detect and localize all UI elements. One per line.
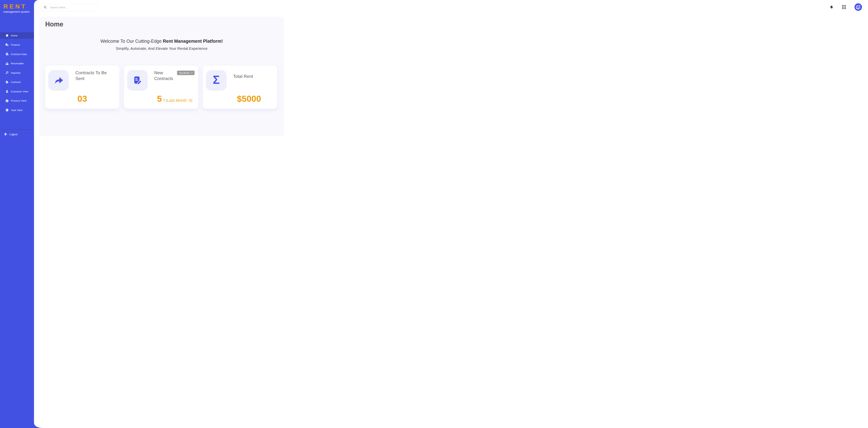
welcome-subline: Simplify, Automate, And Elevate Your Ren… [39,47,284,51]
sidebar-nav: Home $ Finance [0,32,34,116]
sidebar-item-task-view[interactable]: Task View [0,107,34,113]
card-total-rent: Σ Total Rent $5000 [203,65,277,109]
contract-icon [5,80,9,84]
card-new-contracts: This Month ▼ New Contracts 5 ↑ (Last Mon… [124,65,198,109]
sidebar-item-label: Home [11,34,18,37]
sidebar-item-label: Task View [11,109,23,112]
card-value: 03 [78,94,87,103]
welcome-block: Welcome To Our Cutting-Edge Rent Managem… [39,38,284,51]
inquiries-icon: ? [5,71,9,75]
sigma-glyph: Σ [213,74,220,86]
sidebar-item-customer-view[interactable]: Customer View [0,88,34,95]
app-tagline: management system [3,10,29,13]
finance-icon: $ [5,43,9,47]
card-value-row: $5000 [212,94,286,103]
sidebar: RENT management system Home $ Finance [0,0,34,143]
sidebar-divider [2,130,32,130]
receivable-icon [5,62,9,65]
card-title: New Contracts [154,70,178,82]
svg-text:?: ? [7,72,8,73]
sidebar-item-label: Finance [11,44,20,46]
logout-icon [4,133,7,136]
sidebar-item-process-view[interactable]: Process View [0,97,34,104]
logout-button[interactable]: Logout [0,131,34,138]
sidebar-item-home[interactable]: Home [0,32,34,39]
customer-icon [5,90,9,93]
card-value-row: 5 ↑ (Last Month: 4) [137,94,212,103]
card-value: $5000 [237,94,261,103]
page-title: Home [45,21,63,28]
sidebar-item-finance[interactable]: $ Finance [0,41,34,48]
welcome-headline-regular: Welcome To Our Cutting-Edge [100,38,163,44]
sidebar-item-contract[interactable]: Contract [0,79,34,85]
card-value: 5 [157,94,162,103]
sidebar-item-label: Customer View [11,90,28,93]
month-filter-dropdown[interactable]: This Month ▼ [177,70,194,75]
home-panel: Home Welcome To Our Cutting-Edge Rent Ma… [39,17,284,136]
sidebar-item-label: Contract Data [11,53,27,56]
sidebar-item-label: Receivable [11,62,24,65]
card-contracts-to-be-sent: Contracts To Be Sent 03 [45,65,119,109]
sidebar-item-inquiries[interactable]: ? Inquiries [0,69,34,76]
logout-label: Logout [9,133,18,136]
card-value-row: 03 [45,94,119,103]
contract-edit-icon [127,70,148,91]
month-filter-label: This Month [179,72,189,74]
share-arrow-icon [48,70,69,91]
sidebar-item-label: Contract [11,81,21,83]
card-title: Total Rent [233,74,273,79]
search-icon [43,6,47,9]
home-icon [5,34,9,37]
process-icon [5,99,9,103]
sidebar-item-contract-data[interactable]: Contract Data [0,51,34,57]
chevron-down-icon: ▼ [191,72,193,74]
search-box [40,4,98,11]
card-title: Contracts To Be Sent [75,70,107,82]
sigma-icon: Σ [206,70,226,91]
app-logo: RENT management system [3,3,29,13]
welcome-headline-bold: Rent Management Platform! [163,38,223,44]
svg-text:$: $ [7,45,8,46]
task-icon [5,108,9,112]
trend-up-arrow: ↑ [163,97,165,103]
sidebar-item-label: Process View [11,99,26,102]
contract-data-icon [5,52,9,56]
trend-note: (Last Month: 4) [166,98,192,103]
main-content: Home Welcome To Our Cutting-Edge Rent Ma… [34,0,289,143]
app-name: RENT [3,3,29,10]
stat-cards: Contracts To Be Sent 03 This Month ▼ [45,65,277,109]
welcome-headline: Welcome To Our Cutting-Edge Rent Managem… [39,38,284,44]
sidebar-item-label: Inquiries [11,72,21,74]
sidebar-item-receivable[interactable]: Receivable [0,60,34,67]
search-input[interactable] [50,6,93,9]
